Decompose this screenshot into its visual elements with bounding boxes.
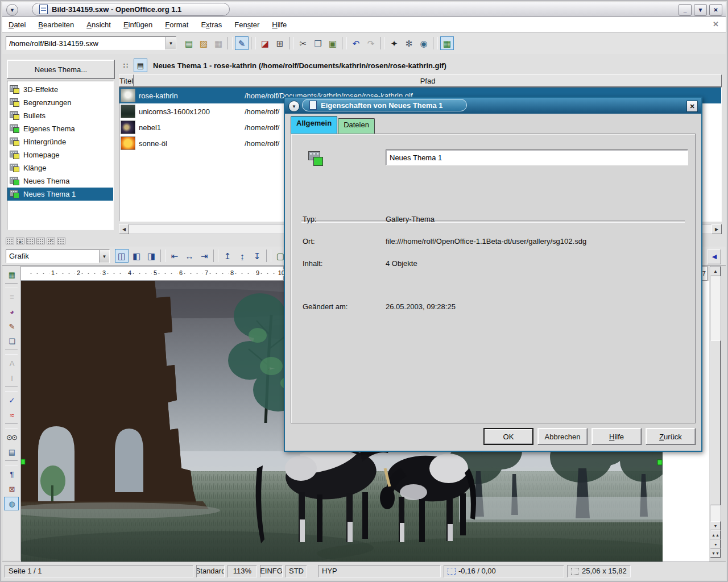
wrap-off-icon[interactable]: ◫	[115, 249, 129, 263]
insert-object-icon[interactable]: ◕	[4, 305, 19, 318]
menu-format[interactable]: Format	[159, 18, 195, 31]
load-url-combobox[interactable]: ▼	[6, 36, 176, 50]
stylist-icon[interactable]: ✻	[402, 36, 416, 50]
menu-datei[interactable]: Datei	[2, 18, 32, 31]
frame-style-combobox[interactable]: Grafik ▼	[6, 250, 110, 263]
status-pagestyle[interactable]: Standard	[196, 565, 225, 577]
online-layout-icon[interactable]: ◍	[4, 497, 19, 510]
status-select-mode[interactable]: STD	[286, 565, 307, 577]
undo-icon[interactable]: ↶	[349, 36, 363, 50]
align-right-icon[interactable]: ⇥	[197, 249, 211, 263]
draw-functions-icon[interactable]: ✎	[4, 319, 19, 333]
find-icon[interactable]: ⊙⊙	[4, 430, 19, 444]
abbrechen-button[interactable]: Abbrechen	[537, 428, 588, 445]
menu-extras[interactable]: Extras	[195, 18, 228, 31]
collapse-arrow-icon[interactable]: ▲	[16, 238, 24, 244]
column-header[interactable]: Pfad	[134, 74, 722, 87]
menu-fenster[interactable]: Fenster	[228, 18, 266, 31]
window-titlebar[interactable]: ▼ Bild-314159.sxw - OpenOffice.org 1.1 _…	[2, 2, 726, 17]
pin-icon[interactable]: ✐	[47, 238, 55, 244]
close-document-icon[interactable]: ✕	[713, 20, 719, 28]
gallery-theme-list[interactable]: 3D-Effekte Begrenzungen Bullets Eigenes …	[7, 81, 114, 230]
theme-eigenes-thema[interactable]: Eigenes Thema	[7, 122, 113, 135]
theme-neues-thema-1[interactable]: Neues Thema 1	[7, 188, 113, 201]
hilfe-button[interactable]: Hilfe	[592, 428, 642, 445]
scroll-right-icon[interactable]: ▶	[712, 224, 722, 234]
vertical-scrollbar[interactable]: ▲ ▼ ▲▲ ● ▼▼	[710, 266, 721, 558]
shade-button[interactable]: ▼	[694, 4, 707, 16]
zurueck-button[interactable]: Zurück	[646, 428, 696, 445]
dock-grip-icon[interactable]	[26, 238, 35, 244]
print-icon[interactable]: ⊞	[273, 36, 287, 50]
detail-view-icon[interactable]: ▤	[134, 59, 147, 72]
theme-bullets[interactable]: Bullets	[7, 109, 113, 122]
tab-allgemein[interactable]: Allgemein	[291, 116, 337, 134]
align-bottom-icon[interactable]: ↧	[250, 249, 264, 263]
scroll-left-icon[interactable]: ◀	[119, 224, 129, 234]
align-middle-icon[interactable]: ↨	[235, 249, 249, 263]
insert-table-icon[interactable]: ▦	[4, 268, 19, 281]
url-input[interactable]	[6, 37, 166, 49]
scroll-down-icon[interactable]: ▼	[710, 521, 721, 530]
theme-hintergruende[interactable]: Hintergründe	[7, 135, 113, 148]
align-center-icon[interactable]: ↔	[183, 249, 196, 263]
status-zoom[interactable]: 113%	[228, 565, 257, 577]
scrollbar-thumb[interactable]	[710, 340, 721, 505]
minimize-button[interactable]: _	[679, 4, 692, 16]
new-theme-button[interactable]: Neues Thema...	[7, 60, 115, 79]
url-dropdown-icon[interactable]: ▼	[166, 37, 176, 49]
redo-icon[interactable]: ↷	[364, 36, 378, 50]
wrap-through-icon[interactable]: ◨	[144, 249, 158, 263]
status-insert-mode[interactable]: EINFG	[260, 565, 283, 577]
dialog-close-icon[interactable]: ✕	[686, 101, 698, 112]
wrap-parallel-icon[interactable]: ◧	[130, 249, 143, 263]
column-header[interactable]: Titel	[119, 74, 134, 87]
dock-grip-icon[interactable]	[57, 238, 65, 244]
nonprinting-chars-icon[interactable]: ¶	[4, 467, 19, 481]
dock-grip-icon[interactable]	[6, 238, 14, 244]
save-document-icon[interactable]: ▦	[212, 36, 225, 50]
insert-fields-icon[interactable]: ≡	[4, 290, 19, 304]
status-page[interactable]: Seite 1 / 1	[5, 565, 193, 577]
theme-3d-effekte[interactable]: 3D-Effekte	[7, 83, 113, 96]
status-hyperlink-mode[interactable]: HYP	[318, 565, 441, 577]
horizontal-ruler[interactable]: 12345678910	[21, 266, 284, 281]
menu-ansicht[interactable]: Ansicht	[80, 18, 117, 31]
align-top-icon[interactable]: ↥	[221, 249, 234, 263]
menu-bearbeiten[interactable]: Bearbeiten	[32, 18, 80, 31]
menu-hilfe[interactable]: Hilfe	[266, 18, 293, 31]
tab-dateien[interactable]: Dateien	[338, 118, 375, 134]
theme-klaenge[interactable]: Klänge	[7, 161, 113, 174]
dialog-titlebar[interactable]: ▼ Eigenschaften von Neues Thema 1 ✕	[285, 98, 701, 114]
hyperlink-icon[interactable]: ◉	[417, 36, 431, 50]
dialog-menu-button[interactable]: ▼	[288, 101, 300, 112]
theme-begrenzungen[interactable]: Begrenzungen	[7, 96, 113, 109]
gallery-icon[interactable]: ▦	[440, 36, 454, 50]
autotext-icon[interactable]: A	[4, 356, 19, 370]
autospellcheck-icon[interactable]: ≈	[4, 408, 19, 422]
navigator-icon[interactable]: ✦	[387, 36, 401, 50]
dock-grip-icon[interactable]	[36, 238, 45, 244]
copy-icon[interactable]: ❐	[311, 36, 325, 50]
status-position[interactable]: -0,16 / 0,00	[444, 565, 564, 577]
cut-icon[interactable]: ✂	[296, 36, 310, 50]
export-pdf-icon[interactable]: ◪	[258, 36, 272, 50]
close-button[interactable]: ✕	[709, 4, 722, 16]
icon-view-icon[interactable]: ∷	[119, 59, 133, 72]
scroll-up-icon[interactable]: ▲	[710, 267, 721, 276]
theme-homepage[interactable]: Homepage	[7, 148, 113, 161]
direct-cursor-icon[interactable]: I	[4, 371, 19, 385]
align-left-icon[interactable]: ⇤	[168, 249, 181, 263]
navigation-dot-icon[interactable]: ●	[710, 539, 721, 548]
paste-icon[interactable]: ▣	[326, 36, 340, 50]
window-menu-button[interactable]: ▼	[6, 4, 18, 16]
ok-button[interactable]: OK	[483, 428, 533, 445]
theme-name-input[interactable]	[386, 149, 688, 165]
open-document-icon[interactable]: ▨	[197, 36, 210, 50]
insert-frame-icon[interactable]: ❏	[4, 334, 19, 348]
previous-object-icon[interactable]: ▲▲	[710, 530, 721, 539]
edit-file-icon[interactable]: ✎	[235, 36, 249, 50]
toolbar-overflow-icon[interactable]: ◀	[708, 249, 721, 264]
data-sources-icon[interactable]: ▤	[4, 445, 19, 459]
spellcheck-icon[interactable]: ✓	[4, 393, 19, 407]
